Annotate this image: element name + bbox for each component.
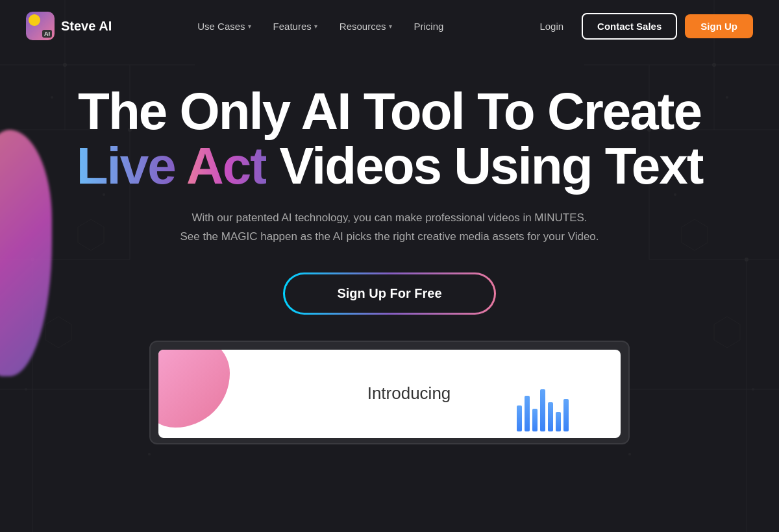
svg-point-31 [628, 453, 631, 455]
video-blob [158, 350, 230, 428]
bar-6 [556, 412, 561, 431]
cta-button-wrapper[interactable]: Sign Up For Free [283, 272, 495, 315]
video-introducing-text: Introducing [367, 383, 451, 404]
hero-title-rest: Videos Using Text [279, 137, 702, 195]
chevron-down-icon: ▾ [389, 23, 392, 30]
bar-5 [548, 402, 553, 431]
hero-title-live: Live [77, 137, 175, 195]
hero-title-act: Act [186, 137, 266, 195]
contact-sales-button[interactable]: Contact Sales [582, 13, 677, 40]
nav-links: Use Cases ▾ Features ▾ Resources ▾ Prici… [188, 16, 452, 37]
chevron-down-icon: ▾ [314, 23, 317, 30]
signup-free-button[interactable]: Sign Up For Free [285, 274, 493, 313]
nav-item-use-cases[interactable]: Use Cases ▾ [188, 16, 260, 37]
bar-4 [540, 389, 545, 431]
logo[interactable]: Steve AI [26, 12, 112, 40]
bar-3 [532, 409, 538, 431]
hero-subtitle: With our patented AI technology, you can… [26, 209, 753, 247]
logo-text: Steve AI [61, 19, 112, 34]
hero-title-line1: The Only AI Tool To Create [26, 84, 753, 139]
video-preview: Introducing [149, 341, 630, 444]
nav-item-resources[interactable]: Resources ▾ [330, 16, 401, 37]
svg-point-27 [148, 453, 151, 455]
video-bars [517, 389, 569, 431]
nav-item-pricing[interactable]: Pricing [405, 16, 453, 37]
bar-1 [517, 405, 522, 431]
signup-nav-button[interactable]: Sign Up [685, 14, 753, 38]
hero-title-line2: Live Act Videos Using Text [26, 139, 753, 193]
bar-2 [525, 396, 530, 431]
nav-item-features[interactable]: Features ▾ [264, 16, 327, 37]
logo-icon [26, 12, 55, 40]
hero-section: The Only AI Tool To Create Live Act Vide… [0, 52, 779, 444]
chevron-down-icon: ▾ [248, 23, 251, 30]
navbar: Steve AI Use Cases ▾ Features ▾ Resource… [0, 0, 779, 52]
nav-actions: Login Contact Sales Sign Up [529, 13, 753, 40]
bar-7 [563, 399, 569, 431]
login-button[interactable]: Login [529, 16, 574, 37]
video-inner: Introducing [158, 350, 621, 438]
